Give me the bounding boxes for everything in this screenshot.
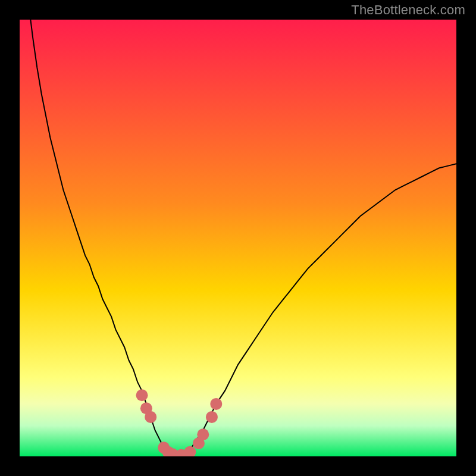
data-marker [145,411,156,423]
plot-area [20,20,456,456]
outer-frame: TheBottleneck.com [0,0,476,476]
data-marker [210,398,222,410]
data-marker [197,428,209,440]
chart-svg [20,20,456,456]
data-marker [206,411,218,423]
data-marker [136,389,148,401]
watermark-text: TheBottleneck.com [351,2,465,18]
gradient-background [20,20,456,456]
